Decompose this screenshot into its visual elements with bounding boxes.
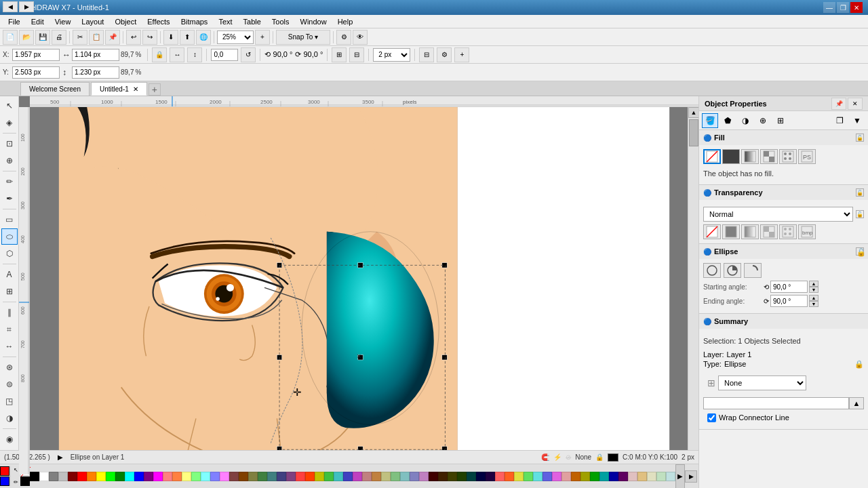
color-swatch-0[interactable] xyxy=(30,472,39,481)
pattern-fill-button[interactable] xyxy=(760,149,778,164)
summary-section-header[interactable]: 🔵 Summary xyxy=(699,314,868,329)
color-swatch-63[interactable] xyxy=(628,472,637,481)
starting-angle-spin[interactable]: ▲ ▼ xyxy=(809,281,818,293)
color-swatch-43[interactable] xyxy=(438,472,448,481)
texture-fill-button[interactable] xyxy=(779,149,797,164)
fill-tab-button[interactable]: 🪣 xyxy=(702,113,718,128)
redo-button[interactable]: ↪ xyxy=(142,30,157,45)
color-swatch-18[interactable] xyxy=(201,472,210,481)
ellipse-lock-icon[interactable]: 🔓 xyxy=(856,247,864,256)
menu-effects[interactable]: Effects xyxy=(142,16,175,27)
trans-fountain-button[interactable] xyxy=(741,224,759,239)
panel-pin-button[interactable]: 📌 xyxy=(831,98,846,110)
envelope-tool[interactable]: ⊜ xyxy=(1,376,18,392)
color-swatch-3[interactable] xyxy=(58,472,68,481)
polygon-tool[interactable]: ⬡ xyxy=(1,245,18,262)
color-swatch-20[interactable] xyxy=(220,472,229,481)
color-swatch-60[interactable] xyxy=(599,472,609,481)
menu-file[interactable]: File xyxy=(3,16,26,27)
color-swatch-44[interactable] xyxy=(448,472,457,481)
color-swatch-21[interactable] xyxy=(229,472,239,481)
extrude-tool[interactable]: ◳ xyxy=(1,393,18,409)
menu-layout[interactable]: Layout xyxy=(76,16,109,27)
table-tool[interactable]: ⊞ xyxy=(1,283,18,300)
stroke-opts-btn[interactable]: ⚙ xyxy=(437,47,452,62)
wrap-checkbox[interactable] xyxy=(707,413,716,422)
parallel-tool[interactable]: ∥ xyxy=(1,304,18,321)
freehand-tool[interactable]: ✏ xyxy=(1,174,18,190)
color-swatch-25[interactable] xyxy=(267,472,277,481)
color-swatch-24[interactable] xyxy=(258,472,267,481)
height-input[interactable] xyxy=(72,66,119,79)
paste-button[interactable]: 📌 xyxy=(105,30,120,45)
color-swatch-27[interactable] xyxy=(286,472,296,481)
color-swatch-53[interactable] xyxy=(533,472,542,481)
undo-button[interactable]: ↩ xyxy=(126,30,141,45)
ellipse-arc-button[interactable] xyxy=(744,263,762,278)
color-swatch-61[interactable] xyxy=(609,472,618,481)
open-button[interactable]: 📂 xyxy=(19,30,34,45)
fountain-fill-button[interactable] xyxy=(741,149,759,164)
color-swatch-13[interactable] xyxy=(153,472,163,481)
ellipse-circle-button[interactable] xyxy=(703,263,721,278)
rotate-ccw[interactable]: ↺ xyxy=(241,47,256,62)
color-swatch-64[interactable] xyxy=(637,472,647,481)
color-swatch-6[interactable] xyxy=(87,472,96,481)
tab-add-button[interactable]: + xyxy=(149,83,161,96)
trans-uniform-button[interactable] xyxy=(722,224,740,239)
color-swatch-41[interactable] xyxy=(419,472,429,481)
ending-angle-spin[interactable]: ▲ ▼ xyxy=(809,295,818,307)
restore-button[interactable]: ❐ xyxy=(837,2,849,13)
menu-window[interactable]: Window xyxy=(295,16,332,27)
color-swatch-59[interactable] xyxy=(590,472,599,481)
color-swatch-4[interactable] xyxy=(68,472,77,481)
minimize-button[interactable]: — xyxy=(823,2,835,13)
smartdraw-tool[interactable]: ✒ xyxy=(1,190,18,207)
color-swatch-42[interactable] xyxy=(429,472,438,481)
type-lock-icon[interactable]: 🔒 xyxy=(854,360,864,369)
color-swatch-45[interactable] xyxy=(457,472,467,481)
color-swatch-19[interactable] xyxy=(210,472,220,481)
canvas-area[interactable]: 500 1000 1500 2000 2500 3000 3500 pixels xyxy=(19,96,698,488)
menu-edit[interactable]: Edit xyxy=(26,16,50,27)
width-input[interactable] xyxy=(72,49,119,61)
v-scroll-thumb[interactable] xyxy=(689,119,698,146)
color-swatch-54[interactable] xyxy=(542,472,552,481)
zoom-tool[interactable]: ⊕ xyxy=(1,152,18,169)
color-swatch-22[interactable] xyxy=(239,472,248,481)
color-swatch-23[interactable] xyxy=(248,472,258,481)
starting-angle-down[interactable]: ▼ xyxy=(809,287,818,293)
add-btn[interactable]: + xyxy=(454,47,469,62)
trans-bitmap-button[interactable]: bmp xyxy=(798,224,816,239)
none-dropdown[interactable]: None xyxy=(718,375,806,390)
no-fill-button[interactable] xyxy=(703,149,721,164)
node-tool[interactable]: ◈ xyxy=(1,115,18,131)
tool-strip-btn2[interactable]: ✏ xyxy=(11,476,20,489)
fill-tool[interactable]: ◉ xyxy=(1,431,18,447)
color-swatch-9[interactable] xyxy=(115,472,125,481)
trans-no-button[interactable] xyxy=(703,224,721,239)
ellipse-tool[interactable]: ⬭ xyxy=(1,228,18,245)
color-swatch-48[interactable] xyxy=(486,472,495,481)
save-button[interactable]: 💾 xyxy=(35,30,50,45)
options-button[interactable]: ⚙ xyxy=(336,30,351,45)
starting-angle-up[interactable]: ▲ xyxy=(809,281,818,287)
color-swatch-58[interactable] xyxy=(580,472,590,481)
color-swatch-46[interactable] xyxy=(467,472,476,481)
canvas-content[interactable]: × ✛ xyxy=(30,107,698,474)
tab-welcome[interactable]: Welcome Screen xyxy=(20,82,90,96)
publish-button[interactable]: 🌐 xyxy=(196,30,211,45)
color-swatch-38[interactable] xyxy=(391,472,400,481)
transparency-section-header[interactable]: 🔵 Transparency 🔓 xyxy=(699,185,868,200)
color-swatch-47[interactable] xyxy=(476,472,486,481)
tab-left-btn[interactable]: ◀ xyxy=(3,1,18,12)
play-button[interactable]: ▶ xyxy=(56,453,65,462)
color-swatch-50[interactable] xyxy=(505,472,514,481)
color-swatch-5[interactable] xyxy=(77,472,87,481)
menu-view[interactable]: View xyxy=(50,16,77,27)
color-swatch-29[interactable] xyxy=(305,472,315,481)
ending-angle-input[interactable] xyxy=(770,295,808,307)
small-swatch-2[interactable] xyxy=(0,476,9,486)
fill-section-header[interactable]: 🔵 Fill 🔓 xyxy=(699,130,868,145)
small-swatch-1[interactable] xyxy=(0,466,9,476)
